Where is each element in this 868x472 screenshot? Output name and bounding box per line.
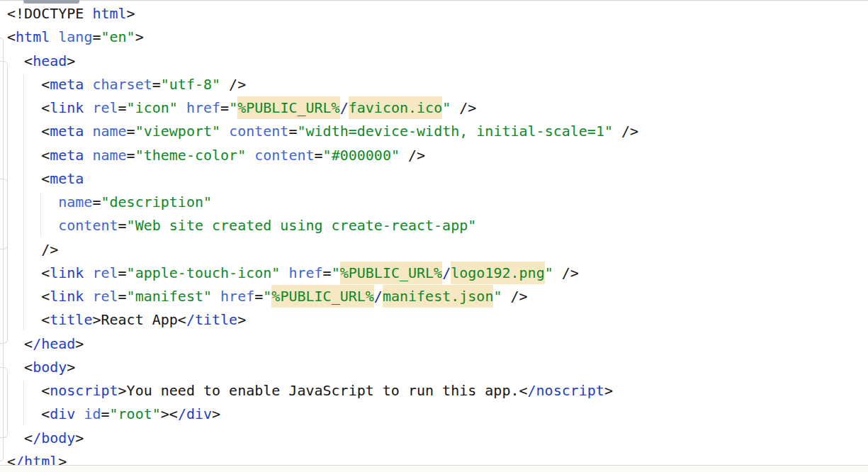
attribute-name: lang (58, 28, 92, 45)
path-separator: / (340, 99, 349, 116)
code-text: < (7, 170, 50, 187)
code-text: > (127, 5, 135, 22)
attribute-name: rel (92, 99, 118, 116)
tag-name: /head (33, 335, 75, 352)
code-line[interactable]: <title>React App</title> (7, 308, 638, 332)
tag-name: head (33, 52, 67, 69)
tag-name: noscript (50, 382, 118, 399)
code-line[interactable]: /> (7, 238, 638, 262)
code-area[interactable]: <!DOCTYPE html><html lang="en"> <head> <… (7, 2, 638, 472)
code-line[interactable]: <meta name="viewport" content="width=dev… (7, 120, 638, 143)
code-text: > (161, 405, 169, 422)
code-text (212, 288, 220, 305)
code-text (246, 147, 254, 164)
code-line[interactable]: <div id="root"></div> (7, 403, 638, 426)
code-text: > (92, 311, 101, 328)
string-value: "icon" (127, 99, 178, 116)
code-line[interactable]: <link rel="icon" href="%PUBLIC_URL%/favi… (7, 96, 638, 120)
string-value: " (229, 99, 237, 116)
code-line[interactable]: <!DOCTYPE html> (7, 2, 638, 26)
code-text (178, 99, 186, 116)
string-value: "manifest" (127, 288, 212, 305)
code-text: < (7, 429, 33, 446)
code-text: > (212, 405, 220, 422)
attribute-name: href (220, 288, 254, 305)
code-text: = (92, 193, 101, 210)
code-line[interactable]: <meta charset="utf-8" /> (7, 73, 638, 96)
attribute-name: id (84, 405, 101, 422)
code-text: = (101, 405, 109, 422)
tag-name: /noscript (528, 382, 604, 399)
string-value: "root" (110, 405, 161, 422)
code-line[interactable]: <meta name="theme-color" content="#00000… (7, 144, 638, 167)
tag-name: title (50, 311, 92, 328)
fold-region-marker-html[interactable] (0, 38, 4, 462)
code-text: > (118, 382, 127, 399)
code-text (84, 147, 92, 164)
tag-name: link (50, 99, 84, 116)
code-text (7, 193, 58, 210)
attribute-name: content (229, 123, 288, 140)
code-text: /> (400, 147, 425, 164)
code-text (84, 264, 92, 281)
code-text: = (92, 28, 101, 45)
code-text: = (118, 99, 127, 116)
code-text: = (288, 123, 297, 140)
code-line[interactable]: </body> (7, 427, 638, 450)
code-text: < (169, 405, 178, 422)
tag-name: html (16, 28, 50, 45)
code-line[interactable]: <link rel="apple-touch-icon" href="%PUBL… (7, 262, 638, 285)
attribute-name: content (254, 147, 314, 164)
code-text (84, 99, 92, 116)
code-text: < (519, 382, 527, 399)
path-separator: / (442, 264, 451, 281)
top-border (0, 0, 868, 1)
tag-name: body (33, 359, 67, 376)
horizontal-scrollbar-thumb[interactable] (23, 0, 79, 4)
code-text: < (178, 311, 186, 328)
code-text (280, 264, 288, 281)
code-text: < (7, 264, 50, 281)
attribute-name: name (58, 193, 92, 210)
editor-bottom-edge (0, 465, 868, 472)
code-text: <!DOCTYPE (7, 5, 92, 22)
code-text: < (7, 99, 50, 116)
tag-name: link (50, 264, 84, 281)
code-text: < (7, 382, 50, 399)
code-text: = (254, 288, 263, 305)
string-value: "apple-touch-icon" (127, 264, 281, 281)
template-variable-highlight: %PUBLIC_URL% (237, 96, 340, 119)
tag-name: /title (186, 311, 237, 328)
code-text: < (7, 335, 33, 352)
attribute-name: name (92, 147, 126, 164)
code-line[interactable]: content="Web site created using create-r… (7, 214, 638, 237)
code-text: < (7, 76, 50, 93)
code-line[interactable]: <head> (7, 50, 638, 73)
tag-name: meta (50, 123, 84, 140)
code-line[interactable]: <link rel="manifest" href="%PUBLIC_URL%/… (7, 285, 638, 308)
template-variable-highlight: logo192.png (451, 262, 544, 284)
code-text: = (127, 123, 135, 140)
code-line[interactable]: <body> (7, 356, 638, 379)
code-text: > (67, 52, 75, 69)
code-text: /> (613, 123, 638, 140)
code-text: > (604, 382, 613, 399)
code-line[interactable]: <html lang="en"> (7, 26, 638, 49)
attribute-name: charset (92, 76, 152, 93)
string-value: "width=device-width, initial-scale=1" (297, 123, 613, 140)
code-text: < (7, 405, 50, 422)
code-text: You need to enable JavaScript to run thi… (127, 382, 519, 399)
code-text (75, 405, 84, 422)
string-value: " (332, 264, 340, 281)
code-text: < (7, 288, 50, 305)
code-line[interactable]: name="description" (7, 191, 638, 214)
tag-name: link (50, 288, 84, 305)
code-line[interactable]: </head> (7, 332, 638, 356)
code-text: /> (502, 288, 527, 305)
code-editor[interactable]: <!DOCTYPE html><html lang="en"> <head> <… (0, 0, 868, 472)
code-line[interactable]: <noscript>You need to enable JavaScript … (7, 379, 638, 403)
attribute-name: name (92, 123, 126, 140)
code-text: < (7, 311, 50, 328)
tag-name: meta (50, 170, 84, 187)
code-line[interactable]: <meta (7, 167, 638, 191)
